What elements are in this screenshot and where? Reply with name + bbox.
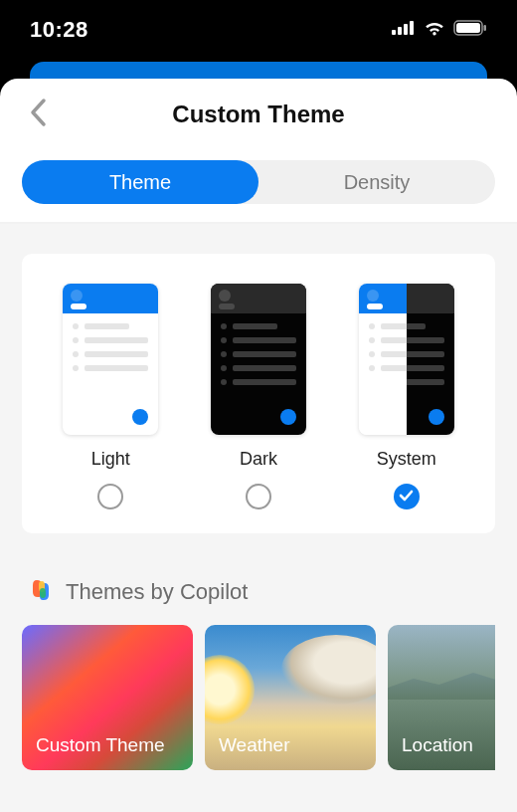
copilot-card-location[interactable]: Location: [388, 625, 495, 770]
back-button[interactable]: [20, 97, 56, 132]
theme-preview-dark: [211, 284, 306, 435]
theme-label-light: Light: [91, 449, 130, 470]
svg-rect-1: [398, 27, 402, 35]
copilot-card-label: Weather: [219, 734, 289, 756]
svg-rect-0: [392, 30, 396, 35]
theme-radio-dark[interactable]: [246, 484, 271, 509]
theme-option-system[interactable]: System: [359, 284, 454, 509]
theme-option-dark[interactable]: Dark: [211, 284, 306, 509]
sheet-header: Custom Theme: [0, 79, 517, 150]
copilot-section-header: Themes by Copilot: [22, 577, 495, 607]
checkmark-icon: [399, 488, 414, 506]
svg-rect-5: [456, 23, 480, 33]
copilot-icon: [28, 577, 54, 607]
copilot-card-label: Location: [402, 734, 473, 756]
tab-density[interactable]: Density: [258, 160, 495, 204]
battery-icon: [453, 20, 487, 40]
theme-picker-card: Light Dark: [22, 254, 495, 533]
cellular-icon: [392, 21, 416, 39]
status-bar: 10:28: [0, 0, 517, 70]
tab-theme[interactable]: Theme: [22, 160, 258, 204]
svg-rect-3: [410, 21, 414, 35]
copilot-section-title: Themes by Copilot: [66, 579, 248, 605]
theme-radio-light[interactable]: [97, 484, 123, 509]
copilot-card-weather[interactable]: Weather: [205, 625, 376, 770]
svg-rect-2: [404, 24, 408, 35]
segmented-control: Theme Density: [0, 150, 517, 222]
status-icons: [392, 20, 487, 40]
svg-rect-6: [484, 25, 487, 31]
theme-label-dark: Dark: [240, 449, 277, 470]
copilot-card-label: Custom Theme: [36, 734, 165, 756]
content-area: Light Dark: [0, 224, 517, 812]
theme-radio-system[interactable]: [394, 484, 420, 509]
chevron-left-icon: [29, 98, 47, 131]
custom-theme-sheet: Custom Theme Theme Density: [0, 79, 517, 812]
theme-preview-light: [63, 284, 158, 435]
page-title: Custom Theme: [0, 101, 517, 128]
theme-label-system: System: [377, 449, 436, 470]
theme-preview-system: [359, 284, 454, 435]
copilot-card-row[interactable]: Custom Theme Weather Location: [22, 625, 495, 770]
wifi-icon: [424, 20, 445, 40]
status-time: 10:28: [30, 17, 88, 43]
theme-option-light[interactable]: Light: [63, 284, 158, 509]
copilot-card-custom-theme[interactable]: Custom Theme: [22, 625, 193, 770]
